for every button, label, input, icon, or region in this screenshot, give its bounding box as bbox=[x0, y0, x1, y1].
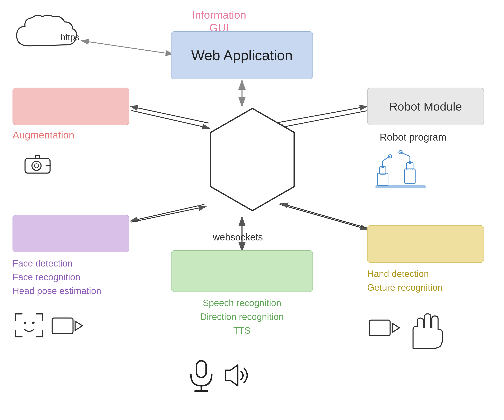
robot-program-label: Robot program bbox=[380, 131, 446, 143]
hand-gesture-icon bbox=[407, 311, 444, 353]
camera-icon-face bbox=[50, 313, 84, 339]
face-label1: Face detection bbox=[12, 256, 101, 270]
speech-label1: Speech recognition bbox=[171, 296, 313, 310]
camera-icon-hand bbox=[367, 315, 401, 341]
projector-icon bbox=[21, 152, 58, 178]
svg-marker-41 bbox=[225, 365, 238, 386]
svg-point-35 bbox=[32, 322, 35, 324]
robot-label: Robot Module bbox=[389, 100, 462, 113]
hand-label2: Geture recognition bbox=[367, 281, 443, 295]
diagram-container: https InformationGUI Web Application Aug… bbox=[0, 0, 504, 420]
svg-marker-43 bbox=[392, 323, 400, 332]
augmentation-box bbox=[12, 88, 129, 125]
web-app-label: Web Application bbox=[191, 47, 293, 63]
svg-point-34 bbox=[24, 322, 26, 324]
svg-line-6 bbox=[130, 106, 209, 123]
svg-line-7 bbox=[132, 111, 210, 128]
speaker-icon bbox=[221, 361, 254, 391]
svg-line-10 bbox=[130, 204, 204, 221]
robot-arm-icon bbox=[376, 148, 428, 191]
svg-rect-27 bbox=[405, 169, 415, 183]
robot-box: Robot Module bbox=[367, 88, 484, 125]
svg-point-31 bbox=[408, 161, 411, 164]
svg-line-11 bbox=[132, 207, 206, 222]
speech-label3: TTS bbox=[171, 324, 313, 337]
face-label3: Head pose estimation bbox=[12, 284, 101, 298]
hexagon-shape bbox=[204, 104, 300, 215]
svg-rect-33 bbox=[376, 185, 426, 188]
hand-box bbox=[367, 225, 484, 263]
hand-label1: Hand detection bbox=[367, 267, 443, 281]
svg-point-18 bbox=[34, 164, 39, 168]
face-labels: Face detection Face recognition Head pos… bbox=[12, 256, 101, 298]
speech-label2: Direction recognition bbox=[171, 310, 313, 324]
svg-line-4 bbox=[81, 41, 173, 54]
hand-labels: Hand detection Geture recognition bbox=[367, 267, 443, 295]
face-label2: Face recognition bbox=[12, 270, 101, 284]
microphone-icon bbox=[188, 359, 215, 393]
svg-marker-15 bbox=[211, 108, 294, 211]
svg-rect-38 bbox=[197, 361, 206, 378]
svg-point-25 bbox=[381, 165, 384, 168]
speech-box bbox=[171, 250, 313, 292]
svg-rect-42 bbox=[369, 320, 390, 336]
augmentation-label: Augmentation bbox=[12, 129, 74, 141]
info-gui-label: InformationGUI bbox=[192, 8, 246, 34]
svg-rect-36 bbox=[52, 318, 73, 334]
face-scan-icon bbox=[12, 311, 46, 341]
speech-labels: Speech recognition Direction recognition… bbox=[171, 296, 313, 337]
websockets-label: websockets bbox=[213, 231, 263, 243]
svg-marker-37 bbox=[75, 321, 82, 330]
svg-rect-21 bbox=[378, 173, 388, 186]
face-box bbox=[12, 215, 129, 252]
https-label: https bbox=[60, 32, 79, 42]
svg-point-17 bbox=[32, 161, 41, 170]
web-app-box: Web Application bbox=[171, 31, 313, 79]
